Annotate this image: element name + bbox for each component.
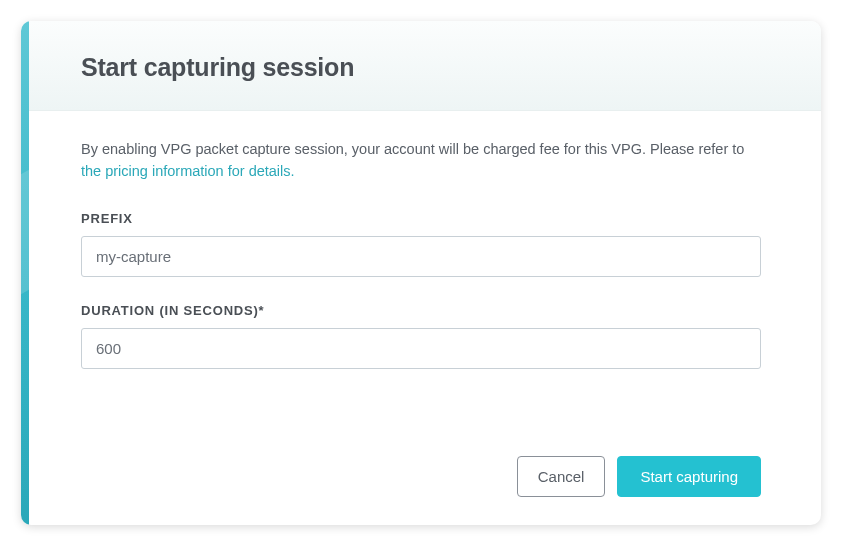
modal-title: Start capturing session <box>81 53 761 82</box>
description-text: By enabling VPG packet capture session, … <box>81 139 761 183</box>
duration-group: DURATION (IN SECONDS)* <box>81 303 761 369</box>
prefix-input[interactable] <box>81 236 761 277</box>
prefix-group: PREFIX <box>81 211 761 277</box>
duration-label: DURATION (IN SECONDS)* <box>81 303 761 318</box>
pricing-link[interactable]: the pricing information for details. <box>81 163 295 179</box>
duration-input[interactable] <box>81 328 761 369</box>
modal-content: By enabling VPG packet capture session, … <box>21 111 821 436</box>
modal-header: Start capturing session <box>21 21 821 111</box>
cancel-button[interactable]: Cancel <box>517 456 606 497</box>
start-capturing-modal: Start capturing session By enabling VPG … <box>21 21 821 525</box>
description-plain: By enabling VPG packet capture session, … <box>81 141 744 157</box>
prefix-label: PREFIX <box>81 211 761 226</box>
start-capturing-button[interactable]: Start capturing <box>617 456 761 497</box>
side-accent-decoration <box>21 21 29 525</box>
modal-footer: Cancel Start capturing <box>21 436 821 525</box>
